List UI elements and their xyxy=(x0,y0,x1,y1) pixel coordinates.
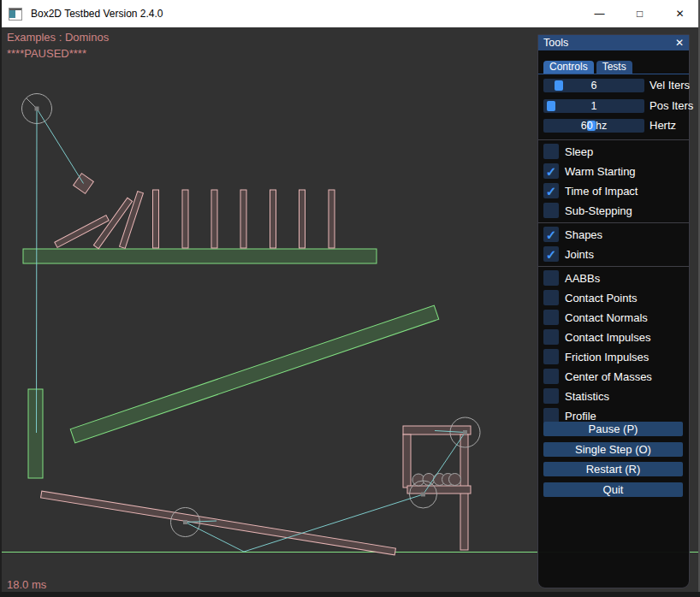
slider-label: Hertz xyxy=(650,119,676,133)
slider-label: Vel Iters xyxy=(650,79,690,92)
slider-row-hertz: 60 hzHertz xyxy=(543,119,685,133)
checkbox-label: Friction Impulses xyxy=(565,351,649,364)
maximize-button[interactable]: □ xyxy=(620,0,660,27)
checkbox-row-shapes[interactable]: ✓Shapes xyxy=(543,227,689,242)
slider-row-pos-iters: 1Pos Iters xyxy=(543,99,685,113)
checkbox-label: Center of Masses xyxy=(565,370,652,383)
checkbox-row-sleep[interactable]: Sleep xyxy=(543,144,689,159)
domino-standing-7 xyxy=(329,190,335,248)
window-titlebar: Box2D Testbed Version 2.4.0 —□✕ xyxy=(0,0,700,27)
checkbox-center-of-masses[interactable] xyxy=(543,369,559,384)
checkbox-row-contact-points[interactable]: Contact Points xyxy=(543,290,689,305)
checkbox-statistics[interactable] xyxy=(543,388,559,404)
domino-standing-2 xyxy=(182,190,188,248)
checkbox-sub-stepping[interactable] xyxy=(543,203,559,218)
checkmark-icon: ✓ xyxy=(546,248,557,261)
checkbox-label: Warm Starting xyxy=(565,165,636,178)
frame-top-bar xyxy=(403,426,471,434)
simulation-canvas[interactable]: Examples : Dominos ****PAUSED**** 18.0 m… xyxy=(0,27,700,597)
checkbox-row-warm-starting[interactable]: ✓Warm Starting xyxy=(543,163,689,179)
quit-button[interactable]: Quit xyxy=(543,482,683,497)
window-title: Box2D Testbed Version 2.4.0 xyxy=(31,8,163,20)
checkbox-shapes[interactable]: ✓ xyxy=(543,227,559,242)
checkbox-label: Contact Impulses xyxy=(565,331,650,344)
separator xyxy=(538,222,689,223)
shelf-ball-5 xyxy=(449,474,461,486)
joint-line-pulley-vertical xyxy=(37,109,38,433)
separator xyxy=(538,266,689,267)
tab-underline xyxy=(538,74,689,74)
checkbox-row-time-of-impact[interactable]: ✓Time of Impact xyxy=(543,183,689,198)
checkbox-label: Sleep xyxy=(565,145,593,158)
checkbox-label: AABBs xyxy=(565,272,600,285)
window-border-left xyxy=(0,0,2,597)
checkbox-row-joints[interactable]: ✓Joints xyxy=(543,246,689,262)
body-origin-marker xyxy=(183,520,187,524)
domino-standing-5 xyxy=(270,190,276,248)
domino-fallen-3 xyxy=(120,192,144,249)
body-origin-marker xyxy=(35,107,39,111)
tab-bar: ControlsTests xyxy=(543,61,632,74)
box2d-app-icon xyxy=(9,8,22,21)
minimize-icon: — xyxy=(595,8,605,20)
checkbox-sleep[interactable] xyxy=(543,144,559,159)
checkbox-joints[interactable]: ✓ xyxy=(543,246,559,262)
slider-value: 6 xyxy=(543,79,644,92)
close-button[interactable]: ✕ xyxy=(660,0,700,27)
slider-pos-iters[interactable]: 1 xyxy=(543,99,644,113)
checkbox-list: Sleep✓Warm Starting✓Time of ImpactSub-St… xyxy=(543,144,689,428)
slider-value: 60 hz xyxy=(543,119,644,133)
pause-p-button[interactable]: Pause (P) xyxy=(543,422,683,436)
checkbox-aabbs[interactable] xyxy=(543,270,559,286)
paused-status-label: ****PAUSED**** xyxy=(7,47,86,60)
close-icon: ✕ xyxy=(675,8,684,20)
joint-line-pulley-box xyxy=(37,109,84,184)
checkbox-label: Contact Normals xyxy=(565,311,648,324)
slider-hertz[interactable]: 60 hz xyxy=(543,119,644,133)
slider-value: 1 xyxy=(543,99,644,113)
restart-r-button[interactable]: Restart (R) xyxy=(543,462,683,476)
panel-buttons: Pause (P)Single Step (O)Restart (R)Quit xyxy=(543,422,683,502)
app-window: Box2D Testbed Version 2.4.0 —□✕ xyxy=(0,0,700,597)
tools-panel: Tools ✕ ControlsTests 6Vel Iters1Pos Ite… xyxy=(537,34,690,588)
tools-panel-titlebar[interactable]: Tools ✕ xyxy=(538,35,689,50)
checkbox-label: Shapes xyxy=(565,228,602,241)
tab-controls[interactable]: Controls xyxy=(543,61,594,74)
checkbox-row-aabbs[interactable]: AABBs xyxy=(543,270,689,286)
slider-row-vel-iters: 6Vel Iters xyxy=(543,79,685,92)
checkbox-row-statistics[interactable]: Statistics xyxy=(543,388,689,404)
checkbox-label: Sub-Stepping xyxy=(565,204,632,217)
checkbox-warm-starting[interactable]: ✓ xyxy=(543,163,559,179)
domino-standing-6 xyxy=(300,190,306,248)
joint-line-frame-diagonal xyxy=(424,433,466,495)
checkbox-row-center-of-masses[interactable]: Center of Masses xyxy=(543,369,689,384)
checkbox-row-contact-impulses[interactable]: Contact Impulses xyxy=(543,329,689,345)
checkbox-contact-impulses[interactable] xyxy=(543,329,559,345)
checkbox-time-of-impact[interactable]: ✓ xyxy=(543,183,559,198)
checkbox-label: Contact Points xyxy=(565,292,638,304)
window-caption-buttons: —□✕ xyxy=(579,0,700,27)
minimize-button[interactable]: — xyxy=(579,0,620,27)
checkbox-row-friction-impulses[interactable]: Friction Impulses xyxy=(543,349,689,364)
checkbox-contact-points[interactable] xyxy=(543,290,559,305)
body-origin-marker xyxy=(463,430,467,434)
domino-standing-1 xyxy=(153,190,159,248)
pulley-weight-box xyxy=(28,389,43,478)
checkbox-friction-impulses[interactable] xyxy=(543,349,559,364)
domino-standing-4 xyxy=(240,190,246,248)
domino-standing-3 xyxy=(211,190,217,248)
checkmark-icon: ✓ xyxy=(546,165,557,178)
frame-time-label: 18.0 ms xyxy=(7,578,46,591)
tab-tests[interactable]: Tests xyxy=(596,61,632,74)
single-step-o-button[interactable]: Single Step (O) xyxy=(543,442,683,457)
checkbox-contact-normals[interactable] xyxy=(543,310,559,325)
slider-vel-iters[interactable]: 6 xyxy=(543,79,644,92)
checkbox-row-contact-normals[interactable]: Contact Normals xyxy=(543,310,689,325)
window-border-bottom[interactable] xyxy=(0,592,700,597)
frame-left-post xyxy=(403,434,411,488)
separator xyxy=(538,139,689,140)
checkbox-row-sub-stepping[interactable]: Sub-Stepping xyxy=(543,203,689,218)
checkbox-label: Time of Impact xyxy=(565,185,638,198)
tilted-ramp xyxy=(70,305,439,443)
close-icon[interactable]: ✕ xyxy=(675,38,684,48)
